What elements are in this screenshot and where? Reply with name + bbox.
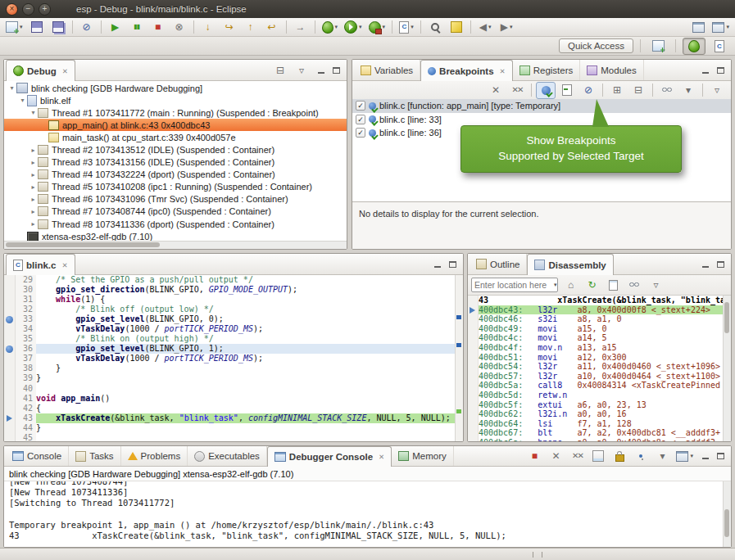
tab-debugger-console[interactable]: Debugger Console✕	[267, 446, 392, 467]
editor-code[interactable]: /* Set the GPIO as a push/pull output */…	[36, 275, 455, 441]
console-scrollbar[interactable]	[723, 481, 731, 547]
code-line[interactable]: /* Set the GPIO as a push/pull output */	[36, 275, 455, 285]
code-line[interactable]: {	[36, 404, 455, 413]
tab-modules[interactable]: Modules	[580, 60, 643, 80]
clear-console-button[interactable]	[588, 448, 608, 465]
debug-tree-row[interactable]: ▾blink checking [GDB Hardware Debugging]	[4, 82, 347, 94]
gutter-row[interactable]	[4, 373, 15, 383]
code-line[interactable]: }	[36, 373, 455, 383]
debug-tree-row[interactable]: ▸Thread #2 1073413512 (IDLE) (Suspended …	[4, 143, 347, 156]
disassembly-row[interactable]: 400dbc6a: bnone a0, a0, 0x400dbc8e <__ad…	[479, 438, 723, 441]
debug-perspective-button[interactable]	[683, 38, 706, 55]
go-to-file-for-breakpoint-button[interactable]	[557, 82, 577, 99]
save-button[interactable]	[27, 19, 47, 36]
forward-button[interactable]: ▶▾	[497, 19, 516, 36]
expander-expanded-icon[interactable]: ▾	[7, 84, 16, 92]
disassembly-row[interactable]: 400dbc5a: call8 0x40084314 <xTaskCreateP…	[479, 381, 723, 391]
link-with-debug-view-button[interactable]	[657, 82, 677, 99]
skip-all-breakpoints-toggle-button[interactable]: ⊘	[578, 82, 598, 99]
code-line[interactable]: vTaskDelay(1000 / portTICK_PERIOD_MS);	[36, 324, 455, 334]
debug-tree-row[interactable]: ▾blink.elf	[4, 94, 347, 106]
gutter-row[interactable]	[4, 334, 15, 344]
gutter-row[interactable]	[4, 384, 15, 394]
disconnect-button[interactable]: ⊗	[170, 19, 189, 36]
tab-disassembly[interactable]: Disassembly	[527, 254, 613, 275]
disassembly-row[interactable]: 43 xTaskCreate(&blink_task, "blink_tas	[479, 296, 723, 305]
gutter-row[interactable]	[4, 354, 15, 364]
code-line[interactable]: gpio_set_level(BLINK_GPIO, 1);	[36, 344, 455, 354]
tab-debug[interactable]: Debug ✕	[6, 60, 75, 81]
new-c-source-button[interactable]: C▾	[397, 19, 416, 36]
disassembly-row[interactable]: 400dbc54: l32r a11, 0x400d0460 <_stext+1…	[479, 362, 723, 372]
code-line[interactable]	[36, 384, 455, 394]
breakpoint-annotation[interactable]	[456, 343, 461, 347]
expand-all-button[interactable]: ⊞	[607, 82, 627, 99]
disassembly-row[interactable]: 400dbc62: l32i.n a0, a0, 16	[479, 409, 723, 419]
pin-console-button[interactable]	[631, 448, 651, 465]
gutter-row[interactable]	[4, 285, 15, 295]
expander-collapsed-icon[interactable]: ▸	[29, 196, 38, 203]
tab-console[interactable]: Console	[6, 446, 69, 466]
console-output[interactable]: [New Thread 1073408744][New Thread 10734…	[4, 481, 723, 547]
dropdown-arrow-icon[interactable]: ▾	[554, 282, 557, 288]
code-line[interactable]: gpio_set_direction(BLINK_GPIO, GPIO_MODE…	[36, 285, 455, 295]
remove-all-breakpoints-button[interactable]: ✕✕	[507, 82, 527, 99]
step-into-button[interactable]: ↓	[198, 19, 218, 36]
collapse-all-button[interactable]: ⊟	[628, 82, 648, 99]
tab-tasks[interactable]: Tasks	[69, 446, 120, 466]
back-button[interactable]: ◀▾	[475, 19, 495, 36]
code-line[interactable]: gpio_set_level(BLINK_GPIO, 0);	[36, 314, 455, 324]
minimize-view-button[interactable]	[698, 449, 712, 463]
window-maximize-button[interactable]: +	[39, 3, 51, 16]
disassembly-row[interactable]: 400dbc46: s32i a8, a1, 0	[479, 314, 723, 324]
expander-expanded-icon[interactable]: ▾	[29, 109, 38, 116]
tab-outline[interactable]: Outline	[470, 254, 527, 274]
disassembly-row[interactable]: 400dbc64: lsi f7, a1, 128	[479, 419, 723, 429]
debug-tree-row[interactable]: xtensa-esp32-elf-gdb (7.10)	[4, 230, 347, 241]
code-line[interactable]	[36, 433, 455, 441]
expander-collapsed-icon[interactable]: ▸	[29, 208, 38, 215]
code-line[interactable]: /* Blink on (output high) */	[36, 334, 455, 344]
group-by-button[interactable]: ▾	[678, 82, 698, 99]
current-line-annotation[interactable]	[456, 409, 461, 413]
code-line[interactable]: vTaskDelay(1000 / portTICK_PERIOD_MS);	[36, 354, 455, 364]
skip-all-breakpoints-button[interactable]: ⊘	[77, 19, 97, 36]
gutter-row[interactable]	[4, 433, 15, 441]
tab-registers[interactable]: Registers	[513, 60, 581, 80]
minimize-view-button[interactable]	[698, 64, 712, 77]
gutter-row[interactable]	[4, 295, 15, 305]
breakpoint-row[interactable]: ✓blink.c [line: 33]	[352, 113, 731, 127]
disassembly-code[interactable]: 43 xTaskCreate(&blink_task, "blink_tas40…	[479, 296, 723, 441]
editor-overview-ruler[interactable]	[455, 275, 463, 441]
debug-tree-row[interactable]: ▾Thread #1 1073411772 (main : Running) (…	[4, 106, 347, 119]
code-line[interactable]: while(1) {	[36, 295, 455, 305]
expander-collapsed-icon[interactable]: ▸	[29, 171, 38, 178]
refresh-disassembly-button[interactable]: ↻	[583, 277, 602, 294]
tab-executables[interactable]: Executables	[188, 446, 267, 466]
minimize-view-button[interactable]	[314, 64, 328, 77]
remove-all-launches-button[interactable]: ✕✕	[567, 448, 587, 465]
tab-blink-c[interactable]: C blink.c ✕	[6, 254, 75, 275]
tab-memory[interactable]: Memory	[392, 446, 454, 466]
scrollbar-thumb[interactable]	[724, 509, 729, 537]
search-button[interactable]	[425, 19, 445, 36]
debug-tree-row[interactable]: ▸Thread #4 1073432224 (dport) (Suspended…	[4, 169, 347, 181]
breakpoint-checkbox[interactable]: ✓	[356, 128, 365, 138]
debug-tree-row[interactable]: ▸Thread #7 1073408744 (ipc0) (Suspended …	[4, 205, 347, 218]
debug-tree-row[interactable]: ▸Thread #3 1073413156 (IDLE) (Suspended …	[4, 156, 347, 169]
drop-to-frame-button[interactable]: ↩	[262, 19, 282, 36]
terminate-console-button[interactable]: ■	[524, 448, 544, 465]
expander-collapsed-icon[interactable]: ▸	[29, 159, 38, 166]
code-line[interactable]: /* Blink off (output low) */	[36, 305, 455, 314]
scrollbar-thumb[interactable]	[6, 242, 160, 247]
save-all-button[interactable]	[48, 19, 68, 36]
window-minimize-button[interactable]: −	[22, 3, 34, 16]
breakpoint-row[interactable]: ✓blink.c [function: app_main] [type: Tem…	[352, 99, 731, 113]
expander-expanded-icon[interactable]: ▾	[18, 97, 27, 104]
disassembly-row[interactable]: 400dbc67: blt a7, a2, 0x400dbc81 <__addd…	[479, 428, 723, 438]
mark-occurrences-button[interactable]	[447, 19, 466, 36]
debug-view-menu-button[interactable]: ▿	[292, 61, 311, 79]
remove-selected-breakpoints-button[interactable]: ✕	[486, 82, 506, 99]
gutter-row[interactable]	[4, 344, 15, 354]
disassembly-row[interactable]: 400dbc57: l32r a10, 0x400d0464 <_stext+1…	[479, 372, 723, 382]
